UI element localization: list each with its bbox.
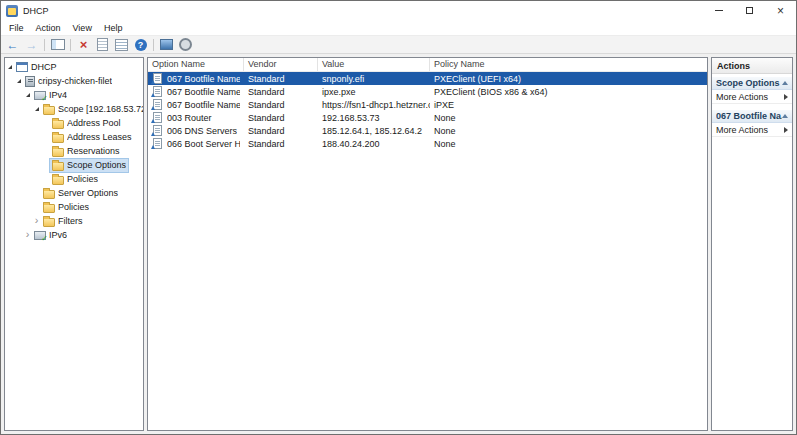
minimize-icon bbox=[715, 10, 723, 11]
column-header-policy-name[interactable]: Policy Name bbox=[430, 58, 707, 71]
properties-icon[interactable] bbox=[94, 37, 111, 52]
actions-section-scope-options: Scope OptionsMore Actions bbox=[712, 76, 792, 104]
collapse-section-icon[interactable] bbox=[782, 81, 788, 85]
option-icon bbox=[153, 138, 162, 149]
tree-item-server-options[interactable]: Server Options bbox=[5, 186, 143, 200]
statistics-icon[interactable] bbox=[158, 37, 175, 52]
back-icon[interactable] bbox=[4, 37, 21, 52]
ip-icon bbox=[34, 91, 46, 100]
expander-icon[interactable] bbox=[23, 231, 32, 240]
option-name-cell: 006 DNS Servers bbox=[148, 124, 244, 137]
close-button[interactable]: × bbox=[765, 1, 796, 20]
delete-icon[interactable] bbox=[75, 37, 92, 52]
value-cell: 185.12.64.1, 185.12.64.2 bbox=[318, 124, 430, 137]
actions-section-label: Scope Options bbox=[716, 78, 782, 88]
column-header-option-name[interactable]: Option Name bbox=[148, 58, 244, 71]
policy-cell: PXEClient (UEFI x64) bbox=[430, 72, 707, 85]
tree-item-dhcp[interactable]: DHCP bbox=[5, 60, 143, 74]
list-body: 067 Bootfile NameStandardsnponly.efiPXEC… bbox=[148, 72, 707, 430]
option-name-text: 006 DNS Servers bbox=[167, 126, 237, 136]
expander-icon[interactable] bbox=[5, 65, 14, 69]
tree-item-label: IPv4 bbox=[49, 90, 67, 100]
list-row-006-dns-servers[interactable]: 006 DNS ServersStandard185.12.64.1, 185.… bbox=[148, 124, 707, 137]
tree-item-reservations[interactable]: Reservations bbox=[5, 144, 143, 158]
title-bar[interactable]: DHCP × bbox=[1, 1, 796, 20]
actions-body: Scope OptionsMore Actions067 Bootfile Na… bbox=[712, 74, 792, 430]
maximize-button[interactable] bbox=[734, 1, 765, 20]
settings-icon[interactable] bbox=[177, 37, 194, 52]
server-icon bbox=[25, 76, 35, 87]
folder-icon bbox=[52, 120, 64, 129]
actions-pane-title: Actions bbox=[712, 58, 792, 74]
policy-cell: None bbox=[430, 124, 707, 137]
tree-item-ipv4[interactable]: IPv4 bbox=[5, 88, 143, 102]
menu-action[interactable]: Action bbox=[30, 22, 67, 34]
vendor-cell: Standard bbox=[244, 111, 318, 124]
list-row-067-bootfile-name[interactable]: 067 Bootfile NameStandardipxe.pxePXEClie… bbox=[148, 85, 707, 98]
option-icon bbox=[153, 99, 162, 110]
list-row-067-bootfile-name[interactable]: 067 Bootfile NameStandardhttps://fsn1-dh… bbox=[148, 98, 707, 111]
option-name-text: 003 Router bbox=[167, 113, 212, 123]
actions-section-header[interactable]: 067 Bootfile Na... bbox=[712, 109, 792, 123]
expander-icon[interactable] bbox=[23, 93, 32, 97]
tree-item-policies[interactable]: Policies bbox=[5, 172, 143, 186]
option-icon bbox=[153, 125, 162, 136]
vendor-cell: Standard bbox=[244, 98, 318, 111]
menu-file[interactable]: File bbox=[3, 22, 30, 34]
submenu-arrow-icon bbox=[784, 127, 788, 133]
policy-cell: None bbox=[430, 137, 707, 150]
folder-icon bbox=[43, 218, 55, 227]
menu-view[interactable]: View bbox=[67, 22, 98, 34]
tree-item-address-pool[interactable]: Address Pool bbox=[5, 116, 143, 130]
option-name-cell: 067 Bootfile Name bbox=[148, 72, 244, 85]
option-name-cell: 067 Bootfile Name bbox=[148, 98, 244, 111]
tree-item-label: DHCP bbox=[31, 62, 57, 72]
minimize-button[interactable] bbox=[703, 1, 734, 20]
option-name-text: 067 Bootfile Name bbox=[167, 74, 240, 84]
policy-cell: iPXE bbox=[430, 98, 707, 111]
tree-item-label: IPv6 bbox=[49, 230, 67, 240]
tree-item-scope-192-168-53-72-node[interactable]: Scope [192.168.53.72] Node bbox=[5, 102, 143, 116]
expander-icon[interactable] bbox=[32, 217, 41, 226]
column-header-vendor[interactable]: Vendor bbox=[244, 58, 318, 71]
expander-icon[interactable] bbox=[14, 79, 23, 83]
tree-item-policies[interactable]: Policies bbox=[5, 200, 143, 214]
toolbar-separator bbox=[153, 39, 154, 51]
folder-icon bbox=[52, 162, 64, 171]
tree-item-label: Address Pool bbox=[67, 118, 121, 128]
show-console-tree-icon[interactable] bbox=[49, 37, 66, 52]
help-icon[interactable] bbox=[132, 37, 149, 52]
tree-item-label: Reservations bbox=[67, 146, 120, 156]
option-icon bbox=[153, 73, 162, 84]
collapse-section-icon[interactable] bbox=[782, 114, 788, 118]
option-name-cell: 003 Router bbox=[148, 111, 244, 124]
menu-help[interactable]: Help bbox=[98, 22, 129, 34]
list-row-066-boot-server-host-name[interactable]: 066 Boot Server Host NameStandard188.40.… bbox=[148, 137, 707, 150]
tree-item-label: cripsy-chicken-filet bbox=[38, 76, 112, 86]
toolbar bbox=[1, 35, 796, 54]
dhcp-icon bbox=[16, 62, 28, 72]
actions-section-header[interactable]: Scope Options bbox=[712, 76, 792, 90]
tree-item-address-leases[interactable]: Address Leases bbox=[5, 130, 143, 144]
folder-icon bbox=[52, 134, 64, 143]
more-actions-item[interactable]: More Actions bbox=[712, 90, 792, 104]
folder-icon bbox=[43, 190, 55, 199]
actions-section-067-bootfile-na: 067 Bootfile Na...More Actions bbox=[712, 109, 792, 137]
forward-icon[interactable] bbox=[23, 37, 40, 52]
option-name-text: 066 Boot Server Host Name bbox=[167, 139, 240, 149]
tree-item-filters[interactable]: Filters bbox=[5, 214, 143, 228]
expander-icon[interactable] bbox=[32, 107, 41, 111]
option-name-cell: 067 Bootfile Name bbox=[148, 85, 244, 98]
tree-item-scope-options[interactable]: Scope Options bbox=[5, 158, 143, 172]
column-header-value[interactable]: Value bbox=[318, 58, 430, 71]
vendor-cell: Standard bbox=[244, 85, 318, 98]
more-actions-item[interactable]: More Actions bbox=[712, 123, 792, 137]
console-tree: DHCPcripsy-chicken-filetIPv4Scope [192.1… bbox=[4, 57, 144, 431]
tree-item-cripsy-chicken-filet[interactable]: cripsy-chicken-filet bbox=[5, 74, 143, 88]
value-cell: snponly.efi bbox=[318, 72, 430, 85]
list-row-003-router[interactable]: 003 RouterStandard192.168.53.73None bbox=[148, 111, 707, 124]
tree-item-ipv6[interactable]: IPv6 bbox=[5, 228, 143, 242]
tree-item-label: Scope [192.168.53.72] Node bbox=[58, 104, 144, 114]
export-list-icon[interactable] bbox=[113, 37, 130, 52]
list-row-067-bootfile-name[interactable]: 067 Bootfile NameStandardsnponly.efiPXEC… bbox=[148, 72, 707, 85]
